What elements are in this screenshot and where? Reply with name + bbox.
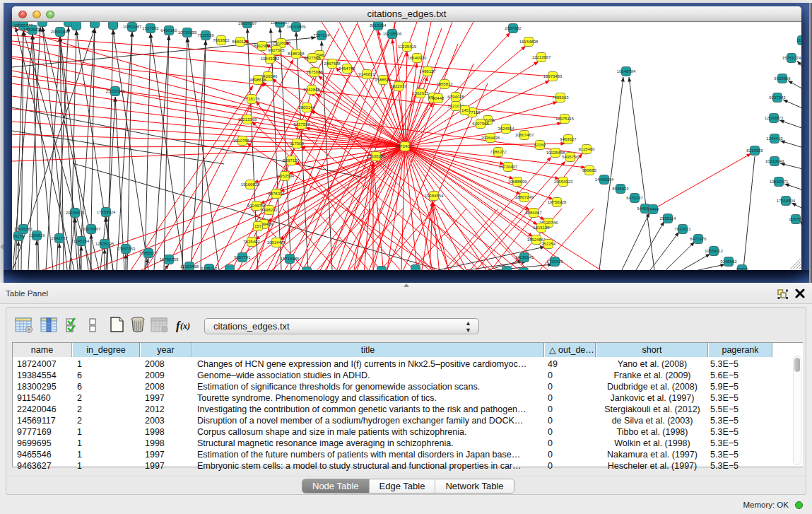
svg-text:9463627: 9463627	[560, 137, 577, 141]
svg-text:19654923: 19654923	[554, 180, 573, 184]
svg-text:5822037: 5822037	[390, 84, 407, 88]
svg-text:145: 145	[461, 108, 469, 112]
svg-text:(x): (x)	[180, 321, 190, 331]
svg-text:9827508: 9827508	[304, 56, 321, 60]
svg-text:19756928: 19756928	[548, 200, 567, 204]
svg-text:9857791: 9857791	[234, 255, 251, 259]
svg-text:9245012: 9245012	[201, 267, 218, 270]
svg-text:9827505: 9827505	[268, 48, 285, 52]
svg-text:11923468: 11923468	[180, 264, 199, 269]
svg-text:17359924: 17359924	[97, 210, 116, 214]
svg-text:25300285: 25300285	[367, 154, 386, 158]
svg-text:8813054: 8813054	[370, 23, 387, 28]
svg-text:10719155: 10719155	[178, 30, 197, 35]
svg-text:17957253: 17957253	[117, 247, 136, 251]
svg-text:14905571: 14905571	[23, 28, 42, 32]
svg-text:2867608: 2867608	[324, 62, 341, 66]
svg-text:12975115: 12975115	[555, 117, 575, 121]
svg-text:1496127: 1496127	[419, 69, 436, 74]
svg-text:8471676: 8471676	[690, 237, 707, 241]
svg-text:14409354: 14409354	[595, 177, 614, 182]
svg-text:1615132: 1615132	[533, 226, 550, 230]
svg-text:2942737: 2942737	[51, 236, 68, 240]
svg-text:19166829: 19166829	[241, 182, 260, 187]
svg-text:10107554: 10107554	[233, 139, 252, 143]
svg-text:2803144: 2803144	[298, 105, 315, 110]
svg-text:3624554: 3624554	[498, 127, 514, 131]
svg-text:17016504: 17016504	[777, 199, 796, 203]
svg-text:1145154: 1145154	[73, 239, 90, 243]
svg-text:19218506: 19218506	[383, 32, 402, 36]
svg-text:16914479: 16914479	[267, 240, 286, 245]
svg-text:1733426: 1733426	[546, 259, 563, 264]
svg-text:7955812: 7955812	[436, 82, 453, 86]
svg-text:8215955: 8215955	[746, 148, 763, 153]
svg-text:8498222: 8498222	[261, 208, 278, 212]
svg-text:6466160: 6466160	[160, 28, 177, 33]
svg-text:8454749: 8454749	[339, 66, 355, 71]
svg-text:10807467: 10807467	[515, 133, 534, 137]
svg-text:19837197: 19837197	[238, 22, 257, 25]
svg-text:16154838: 16154838	[519, 40, 539, 44]
svg-text:9084067: 9084067	[525, 211, 542, 215]
svg-text:8267130: 8267130	[283, 158, 300, 163]
svg-text:8938923: 8938923	[612, 187, 629, 191]
svg-text:11325419: 11325419	[398, 45, 417, 49]
svg-text:11124: 11124	[796, 38, 801, 42]
svg-text:1156819: 1156819	[29, 233, 46, 238]
svg-text:9146821: 9146821	[358, 72, 375, 76]
svg-text:9245652: 9245652	[720, 259, 737, 264]
svg-text:8427552: 8427552	[293, 122, 310, 127]
svg-text:17435061: 17435061	[14, 227, 33, 231]
svg-text:10543382: 10543382	[261, 57, 280, 61]
svg-text:6794028: 6794028	[447, 95, 464, 99]
svg-text:10958107: 10958107	[139, 251, 158, 255]
svg-text:39159: 39159	[13, 234, 25, 238]
svg-text:5495756: 5495756	[562, 155, 579, 159]
svg-text:11353594: 11353594	[276, 174, 295, 178]
svg-text:20691406: 20691406	[51, 30, 70, 34]
svg-text:90448: 90448	[433, 96, 445, 100]
svg-text:15751074: 15751074	[782, 56, 801, 60]
svg-text:7632621: 7632621	[674, 227, 691, 231]
svg-text:1527602: 1527602	[142, 26, 159, 30]
svg-text:2935114: 2935114	[660, 216, 677, 221]
svg-text:74444: 74444	[647, 207, 659, 211]
svg-text:8660124: 8660124	[232, 40, 249, 44]
svg-text:116753: 116753	[789, 217, 801, 221]
svg-text:12213967: 12213967	[532, 55, 551, 59]
svg-text:16033809: 16033809	[287, 25, 306, 29]
svg-text:899695: 899695	[582, 168, 597, 173]
svg-text:9115460: 9115460	[579, 147, 596, 151]
svg-text:14136141: 14136141	[515, 255, 534, 259]
svg-text:7663822: 7663822	[213, 38, 230, 42]
svg-text:10975867: 10975867	[82, 227, 101, 231]
svg-text:157: 157	[254, 224, 262, 228]
svg-text:8186328: 8186328	[288, 52, 305, 56]
svg-text:20364436: 20364436	[481, 136, 500, 140]
svg-text:3675685: 3675685	[306, 70, 323, 74]
svg-text:117008: 117008	[290, 141, 304, 146]
svg-text:10688609: 10688609	[508, 180, 527, 184]
svg-text:62160: 62160	[534, 143, 546, 147]
svg-text:12093872: 12093872	[765, 116, 784, 120]
svg-text:9898616: 9898616	[249, 78, 266, 82]
svg-text:7515526: 7515526	[197, 33, 214, 37]
svg-text:2718176: 2718176	[243, 97, 260, 101]
svg-text:16640910: 16640910	[408, 56, 427, 60]
svg-text:9227343: 9227343	[769, 95, 786, 100]
svg-text:1244415: 1244415	[766, 136, 783, 141]
svg-text:6479197: 6479197	[626, 196, 643, 200]
svg-text:20206575: 20206575	[66, 211, 85, 215]
svg-text:12505135: 12505135	[95, 242, 114, 246]
svg-text:2087682: 2087682	[505, 26, 522, 30]
svg-text:16782759: 16782759	[160, 257, 179, 262]
svg-text:25053346: 25053346	[106, 89, 125, 93]
svg-text:19384554: 19384554	[425, 194, 444, 198]
svg-text:7386372: 7386372	[490, 150, 507, 154]
svg-text:9329966: 9329966	[774, 76, 791, 81]
svg-text:9242848: 9242848	[303, 88, 320, 92]
svg-text:92450: 92450	[736, 267, 748, 270]
svg-text:7357224: 7357224	[313, 33, 330, 37]
svg-text:1362615: 1362615	[412, 91, 429, 95]
